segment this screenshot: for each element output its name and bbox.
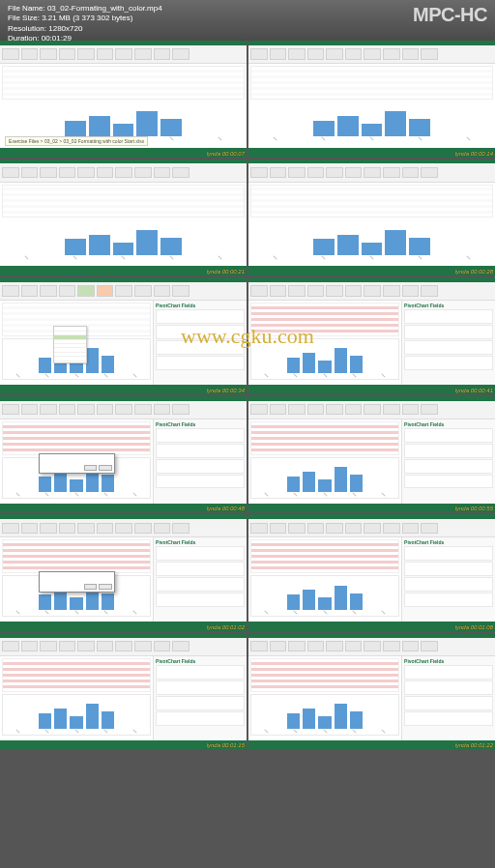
ribbon-button <box>288 523 306 534</box>
chart-bar <box>318 479 331 492</box>
ribbon-button <box>383 641 400 651</box>
ribbon-button <box>2 641 19 651</box>
video-thumbnail[interactable]: PivotChart Fieldslynda 00:00:41 <box>248 277 495 394</box>
chart-bar <box>136 111 158 136</box>
ribbon-button <box>270 641 287 651</box>
excel-ribbon <box>0 638 247 656</box>
excel-ribbon <box>248 519 495 537</box>
x-tick <box>103 729 107 733</box>
chart-bar <box>335 704 347 729</box>
chart-bar <box>70 479 82 492</box>
excel-statusbar: lynda 00:00:34 <box>0 385 247 394</box>
x-tick <box>323 492 327 496</box>
video-thumbnail[interactable]: lynda 00:00:21 <box>0 159 247 276</box>
x-tick <box>218 255 221 259</box>
video-thumbnail[interactable]: PivotChart Fieldslynda 00:01:22 <box>248 633 495 750</box>
file-path-tooltip: Exercise Files > 03_02 > 03_02 Formattin… <box>5 136 148 146</box>
frame-timestamp: lynda 00:00:55 <box>455 506 493 511</box>
chart-bar <box>409 238 430 255</box>
excel-ribbon <box>0 519 247 537</box>
ribbon-button <box>402 523 420 534</box>
sidepanel-title: PivotChart Fields <box>156 658 245 664</box>
ribbon-button <box>21 285 39 296</box>
video-thumbnail[interactable]: lynda 00:00:28 <box>248 159 495 276</box>
ribbon-button <box>172 523 189 534</box>
ribbon-button <box>40 285 57 296</box>
chart-bar <box>303 709 315 729</box>
ribbon-button <box>421 285 438 296</box>
ribbon-button <box>270 48 287 59</box>
ribbon-button <box>21 641 39 651</box>
worksheet-area <box>248 656 401 740</box>
x-tick <box>44 611 48 615</box>
video-thumbnail[interactable]: lynda 00:00:07Exercise Files > 03_02 > 0… <box>0 41 247 158</box>
ribbon-button <box>115 167 132 178</box>
x-tick <box>15 611 19 615</box>
chart-bar <box>86 348 99 373</box>
data-table <box>250 66 493 100</box>
ribbon-button <box>40 404 57 415</box>
frame-timestamp: lynda 00:00:07 <box>207 151 245 157</box>
x-tick <box>382 492 386 496</box>
ribbon-button <box>154 285 171 296</box>
ribbon-button <box>154 523 171 534</box>
ribbon-button <box>2 404 19 415</box>
ribbon-button <box>97 404 114 415</box>
field-section <box>404 665 493 680</box>
x-tick <box>382 729 386 733</box>
excel-content: PivotChart Fields <box>0 537 247 622</box>
chart-bar <box>362 243 383 255</box>
x-tick <box>274 255 277 259</box>
x-tick <box>44 729 48 733</box>
x-tick <box>352 611 356 615</box>
ribbon-button <box>21 404 39 415</box>
excel-content: PivotChart Fields <box>0 301 247 385</box>
pivot-chart <box>250 101 493 143</box>
x-tick <box>352 729 356 733</box>
chart-x-labels <box>3 610 150 616</box>
sidepanel-title: PivotChart Fields <box>404 658 493 664</box>
x-tick <box>274 136 277 140</box>
sidepanel-title: PivotChart Fields <box>404 303 493 308</box>
field-section <box>156 428 245 443</box>
field-section <box>156 546 245 561</box>
chart-bar <box>86 704 99 729</box>
file-info: File Name: 03_02-Formating_with_color.mp… <box>8 4 162 44</box>
video-thumbnail[interactable]: PivotChart Fieldslynda 00:01:02 <box>0 514 247 631</box>
video-thumbnail[interactable]: PivotChart Fieldslynda 00:00:48 <box>0 396 247 513</box>
x-tick <box>293 729 297 733</box>
chart-bar <box>102 711 114 729</box>
field-section <box>156 309 245 324</box>
x-tick <box>293 492 297 496</box>
chart-bar <box>39 713 51 729</box>
pivotchart-fields-panel: PivotChart Fields <box>153 301 247 385</box>
chart-bar <box>318 597 331 610</box>
chart-x-labels <box>251 492 398 498</box>
video-thumbnail[interactable]: lynda 00:00:14 <box>248 41 495 158</box>
video-thumbnail[interactable]: PivotChart Fieldslynda 00:00:55 <box>248 396 495 513</box>
ribbon-button <box>421 641 438 651</box>
frame-timestamp: lynda 00:01:22 <box>455 742 493 748</box>
ribbon-button <box>421 48 438 59</box>
frame-timestamp: lynda 00:01:08 <box>455 624 493 630</box>
x-tick <box>169 255 173 259</box>
excel-ribbon <box>0 45 247 64</box>
video-thumbnail[interactable]: PivotChart Fieldslynda 00:01:08 <box>248 514 495 631</box>
excel-ribbon <box>0 163 247 182</box>
context-menu-item <box>54 357 86 361</box>
chart-x-labels <box>251 729 398 735</box>
ribbon-button <box>134 167 152 178</box>
ribbon-button <box>59 404 76 415</box>
chart-bar <box>65 239 86 254</box>
ribbon-button <box>288 641 306 651</box>
excel-content <box>248 183 495 267</box>
video-thumbnail[interactable]: PivotChart Fieldslynda 00:01:15 <box>0 633 247 750</box>
ribbon-button <box>326 285 343 296</box>
chart-bar <box>313 121 335 136</box>
sidepanel-title: PivotChart Fields <box>156 539 245 545</box>
pivot-chart <box>2 694 151 736</box>
excel-statusbar: lynda 00:01:02 <box>0 622 247 631</box>
video-thumbnail[interactable]: PivotChart Fieldslynda 00:00:34 <box>0 277 247 394</box>
field-section <box>156 696 245 710</box>
chart-bar <box>409 119 430 136</box>
